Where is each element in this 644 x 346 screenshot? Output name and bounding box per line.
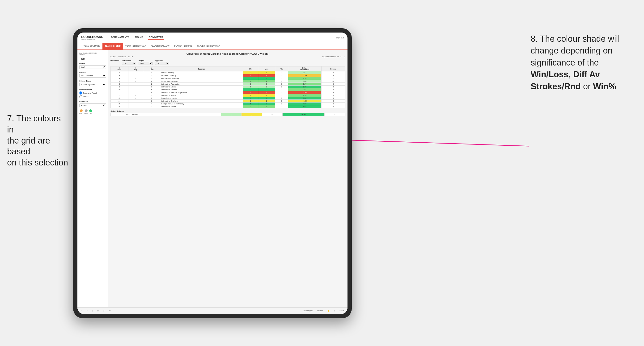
toolbar-paste[interactable]: ⊟· <box>102 310 106 312</box>
annotation-left: 7. The colours in the grid are based on … <box>7 113 68 168</box>
toolbar-redo[interactable]: ↪ <box>86 310 89 312</box>
filter-opponents: Opponents: <box>110 60 120 65</box>
nav-teams[interactable]: TEAMS <box>134 36 144 40</box>
sidebar: Last Updated: 27/03/2024 16:55:38 Team G… <box>78 50 108 307</box>
school-select[interactable]: 1. University of Nort... <box>79 83 106 86</box>
legend-level: Level <box>84 109 88 114</box>
col-rounds: Rounds <box>322 66 345 71</box>
out-div-loss: 0 <box>241 113 262 116</box>
annotation-right: 8. The colour shade will change dependin… <box>531 33 630 92</box>
grid-area: University of North Carolina Head-to-Hea… <box>108 50 348 307</box>
col-reg: #Reg <box>128 66 143 71</box>
grid-subtitle: Overall Record: 89 - 17 - 0 Division Rec… <box>110 56 345 58</box>
table-row: 8 - 2 University of Washington 1 0 0 3.6… <box>111 83 345 86</box>
opponent-filter-select[interactable]: (All) <box>155 62 169 65</box>
opponent-view-radio-group: Opponents Played Top 100 <box>79 91 106 98</box>
legend-up-dot <box>89 109 92 112</box>
table-header-row: #Rank #Reg #Conf Opponent Win Loss Tie D… <box>111 66 345 71</box>
table-row: 11 - 6 University of Arkansas, Fayettevi… <box>111 91 345 94</box>
toolbar-copy[interactable]: ⊞ <box>96 310 100 312</box>
sidebar-colour-by-section: Colour by Win/loss <box>79 101 106 107</box>
out-div-division <box>111 113 125 116</box>
filter-region: Region (All) <box>138 60 153 65</box>
radio-opponents-played-input[interactable] <box>79 91 82 95</box>
toolbar-thumbsup[interactable]: 👍 <box>326 310 331 312</box>
timestamp: Last Updated: 27/03/2024 16:55:38 <box>79 52 106 56</box>
sign-out-link[interactable]: | Sign out <box>335 36 344 39</box>
toolbar-undo[interactable]: ↩ <box>80 310 84 312</box>
tab-team-h2h-grid[interactable]: TEAM H2H GRID <box>102 43 123 49</box>
legend-level-dot <box>85 109 88 112</box>
colour-legend: Down Level Up <box>79 109 106 114</box>
table-row: 2 - 1 Auburn University 2 1 0 1.67 9 <box>111 71 345 74</box>
col-loss: Loss <box>258 66 275 71</box>
out-div-name: NCAA Division II <box>125 113 221 116</box>
col-tie: Tie <box>275 66 288 71</box>
colour-by-select[interactable]: Win/loss <box>79 103 106 107</box>
sidebar-team-section: Team <box>79 57 106 60</box>
tab-player-h2h-heatmap[interactable]: PLAYER H2H HEATMAP <box>195 43 222 49</box>
nav-committee[interactable]: COMMITTEE <box>148 36 164 40</box>
tablet-device: SCOREBOARD Powered by clippd TOURNAMENTS… <box>73 28 352 318</box>
toolbar-back[interactable]: ⟨ <box>91 310 94 312</box>
gender-select[interactable]: Men's <box>79 65 106 69</box>
table-row: 15 - 4 Georgia Institute of Technology 5… <box>111 103 345 105</box>
filter-conference: Conference (All) <box>122 60 136 65</box>
tablet-screen: SCOREBOARD Powered by clippd TOURNAMENTS… <box>78 32 348 314</box>
col-opponent: Opponent <box>160 66 243 71</box>
tab-team-h2h-heatmap[interactable]: TEAM H2H HEATMAP <box>123 43 148 49</box>
conference-filter-select[interactable]: (All) <box>122 62 136 65</box>
col-diff: Diff AvStrokes/Rnd <box>288 66 322 71</box>
table-row: 16 - 7 University of Florida 3 1 0 6.62 … <box>111 105 345 108</box>
toolbar-watch[interactable]: Watch ▾ <box>316 310 324 312</box>
col-rank: #Rank <box>111 66 128 71</box>
tab-team-summary[interactable]: TEAM SUMMARY <box>81 43 102 49</box>
table-row: 6 - 2 Florida State University 4 2 0 1.8… <box>111 80 345 83</box>
table-row: 3 - 2 Vanderbilt University 0 4 0 -2.29 … <box>111 74 345 77</box>
table-row: 12 - 3 University of Virginia 1 2 0 2.33… <box>111 94 345 97</box>
col-win: Win <box>244 66 258 71</box>
table-row: 4 - 1 Arizona State University 5 1 0 2.2… <box>111 77 345 80</box>
out-div-rounds: 3 <box>324 113 345 116</box>
division-select[interactable]: NCAA Division I <box>79 74 106 78</box>
toolbar-share[interactable]: Share <box>338 310 345 312</box>
radio-top100[interactable]: Top 100 <box>79 95 106 98</box>
legend-down-dot <box>80 109 82 112</box>
out-div-tie: 0 <box>262 113 282 116</box>
legend-down: Down <box>79 109 83 114</box>
bottom-toolbar: ↩ ↪ ⟨ ⊞ ⊟· ⏱ View: Original Watch ▾ 👍 ⊞ … <box>78 307 348 314</box>
table-row: 10 - 5 University of Alabama 3 0 0 2.61 … <box>111 88 345 91</box>
nav-tournaments[interactable]: TOURNAMENTS <box>110 36 130 40</box>
out-div-win: 1 <box>221 113 241 116</box>
sidebar-division-section: Division NCAA Division I <box>79 71 106 78</box>
radio-top100-input[interactable] <box>79 95 82 98</box>
filter-opponent: Opponent (All) <box>155 60 169 65</box>
legend-up: Up <box>89 109 92 114</box>
table-row: 9 - 1 University of Arizona 1 0 0 9.00 2 <box>111 86 345 88</box>
h2h-table: #Rank #Reg #Conf Opponent Win Loss Tie D… <box>110 66 345 108</box>
filters-row: Opponents: Conference (All) Region (All) <box>110 60 345 65</box>
sidebar-opponent-view-section: Opponent View Opponents Played Top 100 <box>79 89 106 98</box>
radio-opponents-played[interactable]: Opponents Played <box>79 91 106 95</box>
toolbar-clock[interactable]: ⏱ <box>108 310 112 312</box>
sub-nav: TEAM SUMMARY TEAM H2H GRID TEAM H2H HEAT… <box>78 43 348 50</box>
sidebar-gender-section: Gender Men's <box>79 62 106 69</box>
table-row: 14 - 1 University of Oklahoma 2 1 0 -1.0… <box>111 100 345 103</box>
out-div-diff: 26.00 <box>282 113 324 116</box>
grid-title: University of North Carolina Head-to-Hea… <box>110 52 345 55</box>
tab-player-summary[interactable]: PLAYER SUMMARY <box>148 43 172 49</box>
toolbar-view[interactable]: View: Original <box>302 310 314 312</box>
table-row: 13 - 1 Texas Tech University 3 0 0 5.56 … <box>111 97 345 100</box>
out-division-header: Out of division <box>110 110 345 112</box>
logo: SCOREBOARD Powered by clippd <box>81 35 104 40</box>
out-division-table: NCAA Division II 1 0 0 26.00 3 <box>110 113 345 116</box>
tab-player-h2h-grid[interactable]: PLAYER H2H GRID <box>172 43 195 49</box>
main-content: Last Updated: 27/03/2024 16:55:38 Team G… <box>78 50 348 307</box>
sidebar-school-section: School (Rank) 1. University of Nort... <box>79 80 106 86</box>
top-nav: SCOREBOARD Powered by clippd TOURNAMENTS… <box>78 32 348 43</box>
toolbar-grid[interactable]: ⊞ <box>332 310 336 312</box>
out-division-row: NCAA Division II 1 0 0 26.00 3 <box>111 113 345 116</box>
nav-links: TOURNAMENTS TEAMS COMMITTEE <box>110 36 164 40</box>
region-filter-select[interactable]: (All) <box>138 62 153 65</box>
col-conf: #Conf <box>143 66 160 71</box>
